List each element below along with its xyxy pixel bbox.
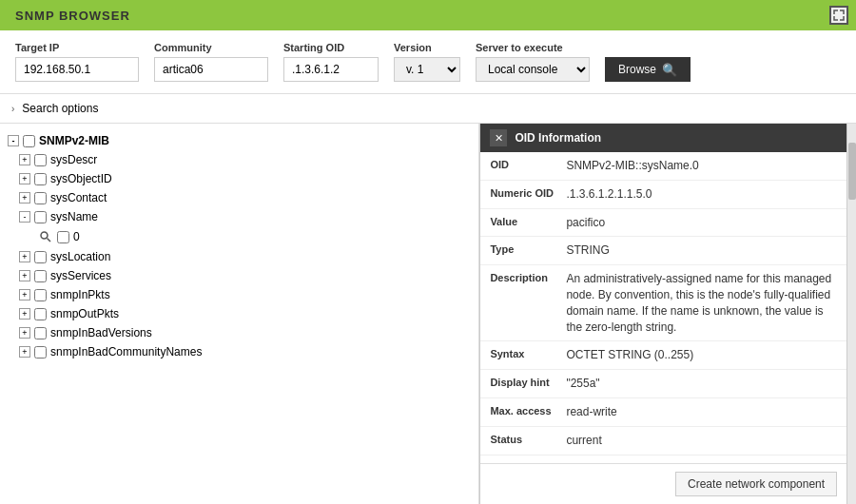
toolbar: Target IP Community Starting OID Version… <box>0 30 856 94</box>
sysServices-toggle[interactable]: + <box>19 270 30 281</box>
tree-item-sysObjectID[interactable]: + sysObjectID <box>0 169 478 188</box>
browse-button[interactable]: Browse 🔍 <box>605 57 691 82</box>
sysLocation-checkbox[interactable] <box>34 251 47 263</box>
search-options-bar[interactable]: › Search options <box>0 94 856 124</box>
snmpOutPkts-toggle[interactable]: + <box>19 308 30 320</box>
sysName-toggle[interactable]: - <box>19 211 30 223</box>
create-network-component-button[interactable]: Create network component <box>675 472 837 496</box>
version-label: Version <box>394 42 460 53</box>
chevron-right-icon: › <box>11 104 14 114</box>
oid-key-display-hint: Display hint <box>490 376 566 388</box>
community-label: Community <box>154 42 268 53</box>
snmpInBadVersions-toggle[interactable]: + <box>19 327 30 339</box>
tree-item-sysServices[interactable]: + sysServices <box>0 266 478 285</box>
search-icon: 🔍 <box>662 63 677 77</box>
search-options-label: Search options <box>22 102 98 115</box>
sysObjectID-checkbox[interactable] <box>34 173 47 185</box>
sysContact-toggle[interactable]: + <box>19 192 30 204</box>
browse-label: Browse <box>618 63 656 76</box>
oid-body: OID SNMPv2-MIB::sysName.0 Numeric OID .1… <box>480 152 846 463</box>
tree-item-leaf-0[interactable]: 0 <box>0 226 478 247</box>
sysContact-checkbox[interactable] <box>34 192 47 204</box>
oid-close-button[interactable]: ✕ <box>490 129 507 146</box>
tree-item-sysDescr[interactable]: + sysDescr <box>0 150 478 169</box>
oid-row-max-access: Max. access read-write <box>480 398 846 427</box>
oid-panel-title: OID Information <box>515 131 601 145</box>
root-toggle[interactable]: - <box>8 135 19 146</box>
oid-row-oid: OID SNMPv2-MIB::sysName.0 <box>480 152 846 181</box>
oid-key-syntax: Syntax <box>490 347 566 359</box>
sysDescr-label: sysDescr <box>50 153 97 166</box>
leaf-0-checkbox[interactable] <box>57 231 69 243</box>
oid-panel-header: ✕ OID Information <box>480 124 846 152</box>
oid-val-status: current <box>566 433 837 449</box>
sysObjectID-label: sysObjectID <box>50 172 112 185</box>
target-ip-label: Target IP <box>15 42 139 53</box>
snmpInBadCommunityNames-checkbox[interactable] <box>34 346 47 359</box>
snmpInBadCommunityNames-label: snmpInBadCommunityNames <box>50 345 202 359</box>
snmpInBadCommunityNames-toggle[interactable]: + <box>19 346 30 358</box>
app-header: SNMP BROWSER <box>0 0 856 30</box>
oid-key-status: Status <box>490 433 566 445</box>
oid-val-oid: SNMPv2-MIB::sysName.0 <box>566 158 837 174</box>
sysServices-checkbox[interactable] <box>34 270 47 282</box>
server-select[interactable]: Local console <box>476 57 590 82</box>
snmpOutPkts-checkbox[interactable] <box>34 308 47 320</box>
oid-key-value: Value <box>490 215 566 227</box>
main-content: - SNMPv2-MIB + sysDescr + sysObjectID + … <box>0 124 856 504</box>
root-checkbox[interactable] <box>23 135 35 147</box>
sysLocation-toggle[interactable]: + <box>19 251 30 262</box>
oid-row-description: Description An administratively-assigned… <box>480 265 846 341</box>
target-ip-field: Target IP <box>15 42 139 82</box>
oid-key-numeric: Numeric OID <box>490 186 566 199</box>
app-title: SNMP BROWSER <box>15 9 130 23</box>
sysServices-label: sysServices <box>50 269 111 282</box>
svg-point-0 <box>41 232 48 239</box>
svg-line-1 <box>48 239 51 242</box>
oid-key-max-access: Max. access <box>490 404 566 417</box>
oid-val-numeric: .1.3.6.1.2.1.1.5.0 <box>566 186 837 203</box>
oid-val-description: An administratively-assigned name for th… <box>566 271 837 335</box>
version-field: Version v. 1 v. 2c v. 3 <box>394 42 460 82</box>
community-input[interactable] <box>154 57 268 82</box>
starting-oid-label: Starting OID <box>283 42 379 53</box>
oid-key-type: Type <box>490 242 566 255</box>
snmpInPkts-label: snmpInPkts <box>50 288 110 301</box>
tree-item-snmpInPkts[interactable]: + snmpInPkts <box>0 285 478 304</box>
oid-row-type: Type STRING <box>480 237 846 265</box>
tree-panel: - SNMPv2-MIB + sysDescr + sysObjectID + … <box>0 124 479 504</box>
version-select[interactable]: v. 1 v. 2c v. 3 <box>394 57 460 82</box>
oid-val-display-hint: "255a" <box>566 376 837 392</box>
scrollbar-track <box>846 124 856 504</box>
tree-item-snmpInBadCommunityNames[interactable]: + snmpInBadCommunityNames <box>0 342 478 361</box>
sysObjectID-toggle[interactable]: + <box>19 173 30 184</box>
expand-button[interactable] <box>829 6 848 25</box>
scrollbar-thumb[interactable] <box>848 143 856 200</box>
community-field: Community <box>154 42 268 82</box>
tree-item-sysName[interactable]: - sysName <box>0 207 478 226</box>
sysDescr-checkbox[interactable] <box>34 154 47 166</box>
snmpInBadVersions-checkbox[interactable] <box>34 327 47 339</box>
sysDescr-toggle[interactable]: + <box>19 154 30 165</box>
tree-item-sysLocation[interactable]: + sysLocation <box>0 247 478 266</box>
oid-key-oid: OID <box>490 158 566 170</box>
root-label: SNMPv2-MIB <box>39 134 109 147</box>
sysContact-label: sysContact <box>50 191 107 204</box>
oid-val-max-access: read-write <box>566 404 837 420</box>
tree-item-sysContact[interactable]: + sysContact <box>0 188 478 207</box>
tree-item-snmpInBadVersions[interactable]: + snmpInBadVersions <box>0 323 478 342</box>
sysName-checkbox[interactable] <box>34 211 47 223</box>
starting-oid-input[interactable] <box>283 57 379 82</box>
sysLocation-label: sysLocation <box>50 250 110 263</box>
tree-item-snmpOutPkts[interactable]: + snmpOutPkts <box>0 304 478 323</box>
tree-root[interactable]: - SNMPv2-MIB <box>0 131 478 150</box>
snmpInPkts-checkbox[interactable] <box>34 289 47 301</box>
oid-row-numeric: Numeric OID .1.3.6.1.2.1.1.5.0 <box>480 181 846 209</box>
leaf-0-label: 0 <box>73 230 80 243</box>
oid-panel: ✕ OID Information OID SNMPv2-MIB::sysNam… <box>479 124 846 504</box>
snmpInPkts-toggle[interactable]: + <box>19 289 30 300</box>
sysName-label: sysName <box>50 210 98 223</box>
oid-val-type: STRING <box>566 242 837 259</box>
oid-row-value: Value pacifico <box>480 209 846 238</box>
target-ip-input[interactable] <box>15 57 139 82</box>
